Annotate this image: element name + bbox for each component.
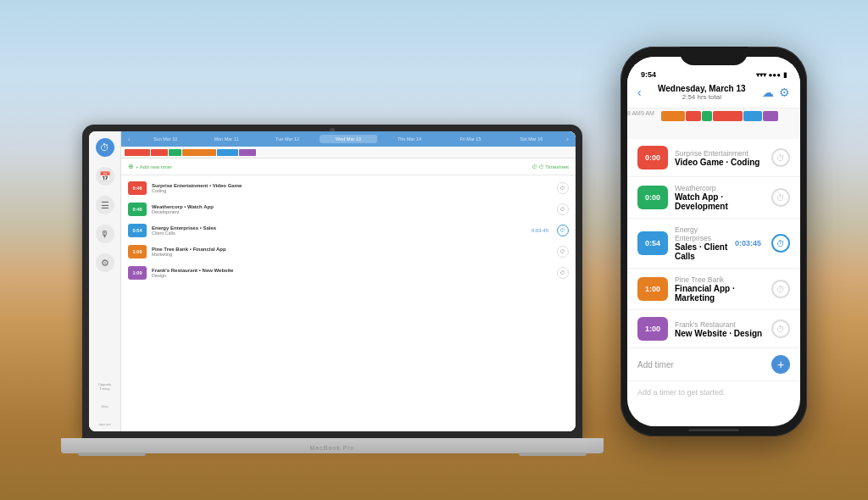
iphone-header: ‹ Wednesday, March 13 2:54 hrs total ☁ ⚙ — [627, 81, 800, 108]
iphone-screen: 9:54 ▾▾▾ ●●● ▮ ‹ Wednesday, March 13 2:5… — [627, 57, 800, 426]
macbook-base — [61, 438, 604, 453]
iphone-date-title: Wednesday, March 13 — [658, 84, 746, 93]
sidebar-calendar-icon[interactable]: 📅 — [96, 167, 114, 186]
day-wed[interactable]: Wed Mar 13 — [320, 135, 378, 143]
iphone-nav: ‹ Wednesday, March 13 2:54 hrs total ☁ ⚙ — [637, 84, 790, 101]
iphone-badge-3: 0:54 — [637, 231, 668, 255]
active-time-3: 0:03:45 — [531, 228, 548, 233]
cloud-icon[interactable]: ☁ — [762, 86, 774, 99]
devices-container: hauchihoehe.com ⏱ 📅 ☰ 🎙 ⚙ UpgradeTiming … — [61, 47, 807, 453]
table-row: 0:46 Surprise Entertainment • Video Game… — [128, 179, 569, 197]
iphone-badge-1: 0:00 — [637, 146, 668, 169]
iphone-task-1: Video Game · Coding — [675, 158, 765, 167]
iphone-add-timer-row: Add timer + — [627, 348, 800, 381]
iphone-info-1: Surprise Entertainment Video Game · Codi… — [675, 149, 765, 167]
start-timer-4[interactable]: ⏱ — [557, 246, 569, 258]
iphone-task-2: Watch App · Development — [675, 192, 765, 211]
timeline-seg-6 — [239, 149, 256, 156]
timer-info-3: Energy Enterprises • Sales Client Calls — [152, 225, 526, 236]
next-week-btn[interactable]: › — [563, 136, 572, 143]
iphone-active-time-3: 0:03:45 — [735, 239, 761, 247]
iphone-start-2[interactable]: ⏱ — [771, 188, 790, 207]
back-button[interactable]: ‹ — [637, 86, 642, 99]
app-sidebar: ⏱ 📅 ☰ 🎙 ⚙ UpgradeTiming Help sign out — [89, 131, 121, 431]
iphone-client-2: Weathercorp — [675, 184, 765, 192]
itb-6 — [763, 111, 778, 121]
day-sat[interactable]: Sat Mar 16 — [502, 135, 560, 143]
iphone-add-plus-button[interactable]: + — [771, 355, 790, 374]
iphone-date-section: Wednesday, March 13 2:54 hrs total — [658, 84, 746, 101]
app-main: ‹ Sun Mar 10 Mon Mar 11 Tue Mar 12 Wed M… — [121, 131, 576, 431]
wifi-icon: ▾▾▾ — [756, 71, 766, 79]
stop-timer-3[interactable]: ⏱ — [557, 225, 569, 236]
timer-info-5: Frank's Restaurant • New Website Design — [152, 268, 552, 278]
sidebar-clock-icon[interactable]: ⏱ — [96, 138, 114, 157]
iphone-task-5: New Website · Design — [675, 329, 765, 338]
timer-task-5: Design — [152, 273, 552, 278]
add-timer-label: + Add new timer — [136, 164, 172, 169]
iphone-stop-3[interactable]: ⏱ — [771, 234, 790, 253]
add-timer-button[interactable]: ⊕ + Add new timer — [128, 163, 172, 170]
iphone-badge-4: 1:00 — [637, 277, 668, 301]
timer-task-2: Development — [152, 209, 552, 214]
list-item: 1:00 Frank's Restaurant New Website · De… — [627, 310, 800, 348]
sidebar-help[interactable]: Help — [101, 404, 108, 408]
iphone-notch — [680, 47, 748, 65]
timer-badge-2: 0:46 — [128, 203, 147, 216]
day-fri[interactable]: Fri Mar 15 — [441, 135, 499, 143]
start-timer-1[interactable]: ⏱ — [557, 182, 569, 194]
timer-task-1: Coding — [152, 188, 552, 193]
list-item: 1:00 Pine Tree Bank Financial App · Mark… — [627, 269, 800, 310]
prev-week-btn[interactable]: ‹ — [125, 136, 134, 143]
start-timer-5[interactable]: ⏱ — [557, 267, 569, 279]
iphone-info-5: Frank's Restaurant New Website · Design — [675, 320, 765, 338]
iphone-badge-2: 0:00 — [637, 186, 668, 209]
iphone-hours-total: 2:54 hrs total — [658, 93, 746, 101]
iphone-status-icons: ▾▾▾ ●●● ▮ — [756, 71, 787, 79]
start-timer-2[interactable]: ⏱ — [557, 203, 569, 215]
iphone-task-3: Sales · Client Calls — [675, 242, 728, 261]
timeline-segments — [125, 149, 572, 156]
time-label-8am: 8 AM — [627, 110, 641, 119]
sidebar-list-icon[interactable]: ☰ — [96, 196, 114, 214]
iphone-timeline-bars — [654, 108, 785, 124]
iphone-start-1[interactable]: ⏱ — [771, 148, 790, 167]
iphone-start-4[interactable]: ⏱ — [771, 280, 790, 298]
iphone-hint: Add a timer to get started. — [627, 381, 800, 398]
sidebar-mic-icon[interactable]: 🎙 — [96, 225, 114, 243]
table-row: 1:06 Pine Tree Bank • Financial App Mark… — [128, 242, 569, 261]
day-sun[interactable]: Sun Mar 10 — [136, 135, 195, 143]
list-item: 0:54 Energy Enterprises Sales · Client C… — [627, 219, 800, 269]
sidebar-signout[interactable]: sign out — [98, 422, 110, 426]
sidebar-upgrade[interactable]: UpgradeTiming — [98, 382, 111, 391]
sidebar-settings-icon[interactable]: ⚙ — [96, 253, 114, 272]
timer-task-3: Client Calls — [152, 231, 526, 236]
macbook-foot-left — [78, 453, 146, 456]
timeline-bar — [121, 147, 576, 158]
timesheet-button[interactable]: ⏱ ⏱ Timesheet — [532, 164, 569, 169]
iphone-badge-5: 1:00 — [637, 317, 668, 341]
timeline-seg-3 — [169, 149, 181, 156]
timeline-seg-4 — [182, 149, 216, 156]
iphone-timer-list: 0:00 Surprise Entertainment Video Game ·… — [627, 139, 800, 398]
day-mon[interactable]: Mon Mar 11 — [198, 135, 256, 143]
settings-icon[interactable]: ⚙ — [779, 86, 790, 99]
iphone-info-2: Weathercorp Watch App · Development — [675, 184, 765, 211]
iphone-start-5[interactable]: ⏱ — [771, 319, 790, 338]
timer-info-2: Weathercorp • Watch App Development — [152, 204, 552, 214]
itb-5 — [743, 111, 762, 121]
itb-4 — [713, 111, 743, 121]
timer-task-4: Marketing — [152, 252, 552, 257]
day-tue[interactable]: Tue Mar 12 — [259, 135, 317, 143]
iphone-header-icons: ☁ ⚙ — [762, 86, 790, 99]
timesheet-icon: ⏱ — [532, 164, 537, 169]
macbook: hauchihoehe.com ⏱ 📅 ☰ 🎙 ⚙ UpgradeTiming … — [61, 125, 604, 453]
iphone-client-3: Energy Enterprises — [675, 225, 728, 242]
add-timer-bar: ⊕ + Add new timer ⏱ ⏱ Timesheet — [121, 158, 576, 175]
itb-3 — [702, 111, 712, 121]
timer-badge-3: 0:54 — [128, 224, 147, 237]
timeline-seg-2 — [151, 149, 168, 156]
iphone-home-indicator — [688, 429, 739, 431]
day-thu[interactable]: Thu Mar 14 — [380, 135, 438, 143]
table-row: 0:46 Weathercorp • Watch App Development… — [128, 200, 569, 219]
